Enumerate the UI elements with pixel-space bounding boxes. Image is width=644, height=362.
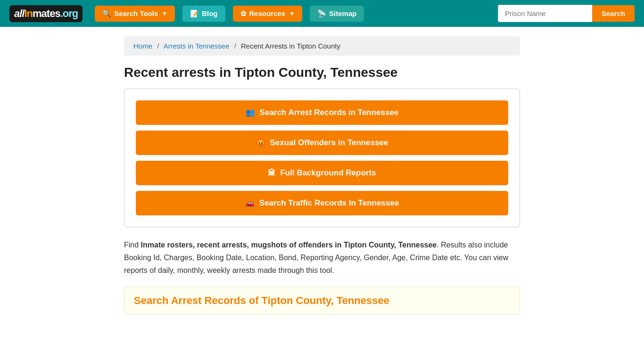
sitemap-button[interactable]: Sitemap	[310, 6, 364, 22]
traffic-records-label: Search Traffic Records In Tennessee	[259, 198, 399, 208]
main-content: Home / Arrests in Tennessee / Recent Arr…	[110, 27, 534, 324]
prison-name-input[interactable]	[498, 5, 592, 22]
search-tools-icon	[102, 9, 111, 18]
sitemap-icon	[317, 9, 326, 18]
logo-all: all	[14, 8, 24, 20]
logo[interactable]: allInmates.org	[9, 5, 83, 22]
logo-inmates: In	[24, 8, 33, 20]
blog-button[interactable]: Blog	[182, 6, 225, 22]
search-tools-label: Search Tools	[114, 9, 158, 17]
background-reports-label: Full Background Reports	[280, 168, 376, 178]
header-search-label: Search	[602, 9, 625, 17]
resources-icon	[240, 9, 247, 18]
header: allInmates.org Search Tools ▼ Blog Resou…	[0, 0, 644, 27]
breadcrumb: Home / Arrests in Tennessee / Recent Arr…	[124, 36, 520, 56]
car-icon	[245, 198, 255, 208]
blog-icon	[190, 9, 199, 18]
arrest-records-button[interactable]: Search Arrest Records in Tennessee	[136, 100, 508, 125]
traffic-records-button[interactable]: Search Traffic Records In Tennessee	[136, 191, 508, 215]
angry-icon	[256, 138, 265, 148]
description: Find Inmate rosters, recent arrests, mug…	[124, 239, 520, 277]
description-bold: Inmate rosters, recent arrests, mugshots…	[141, 241, 437, 249]
arrest-records-label: Search Arrest Records in Tennessee	[260, 108, 399, 117]
resources-label: Resources	[249, 9, 286, 17]
breadcrumb-current: Recent Arrests in Tipton County	[241, 42, 340, 50]
header-search-area: Search	[498, 5, 635, 22]
background-reports-button[interactable]: Full Background Reports	[136, 161, 508, 185]
description-intro: Find	[124, 241, 141, 249]
search-tools-dropdown-arrow: ▼	[162, 10, 167, 17]
section-header-box: Search Arrest Records of Tipton County, …	[124, 287, 520, 315]
sexual-offenders-button[interactable]: Sexual Offenders in Tennessee	[136, 131, 508, 155]
breadcrumb-arrests-tennessee[interactable]: Arrests in Tennessee	[164, 42, 230, 50]
header-search-button[interactable]: Search	[592, 5, 635, 22]
building-icon	[268, 168, 275, 178]
action-card: Search Arrest Records in Tennessee Sexua…	[124, 89, 520, 227]
blog-label: Blog	[202, 9, 217, 17]
sitemap-label: Sitemap	[329, 9, 356, 17]
logo-org: .org	[60, 8, 78, 20]
page-title: Recent arrests in Tipton County, Tenness…	[124, 65, 520, 80]
logo-mates: mates	[33, 8, 60, 20]
breadcrumb-sep-1: /	[157, 42, 159, 50]
people-icon	[246, 108, 255, 117]
breadcrumb-home[interactable]: Home	[133, 42, 152, 50]
resources-dropdown-arrow: ▼	[289, 10, 295, 17]
breadcrumb-sep-2: /	[234, 42, 236, 50]
resources-button[interactable]: Resources ▼	[233, 6, 303, 22]
section-header-title: Search Arrest Records of Tipton County, …	[134, 295, 510, 307]
search-tools-button[interactable]: Search Tools ▼	[95, 6, 175, 22]
sexual-offenders-label: Sexual Offenders in Tennessee	[270, 138, 388, 148]
